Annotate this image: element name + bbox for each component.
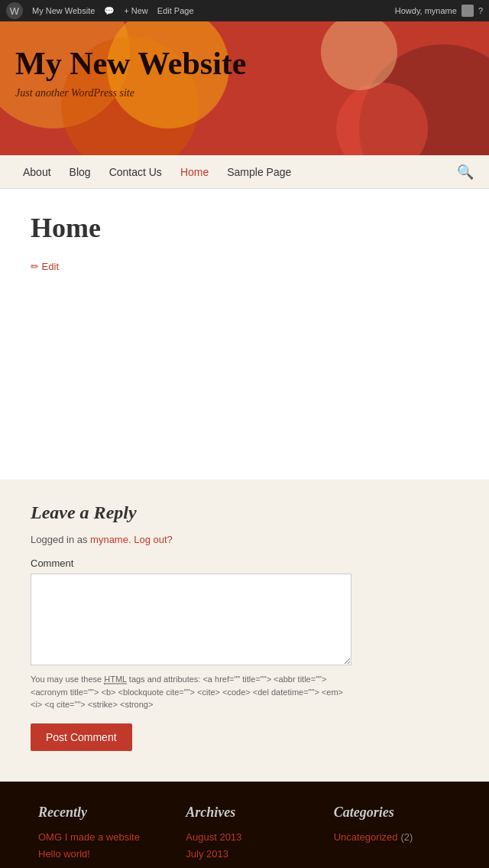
leave-reply-title: Leave a Reply [31,502,458,523]
categories-title: Categories [334,805,451,821]
admin-bar: W My New Website 💬 + New Edit Page Howdy… [0,0,489,21]
categories-list: Uncategorized (2) [334,830,451,844]
comments-section: Leave a Reply Logged in as myname. Log o… [0,480,489,782]
comment-textarea[interactable] [31,574,351,665]
html-tags-note: You may use these HTML tags and attribut… [31,673,351,711]
page-title: Home [31,212,458,244]
recently-widget: Recently OMG I made a website Hello worl… [23,805,170,869]
admin-edit-page-link[interactable]: Edit Page [157,6,194,15]
comment-label: Comment [31,558,458,569]
recently-list: OMG I made a website Hello world! [38,830,155,860]
site-header: My New Website Just another WordPress si… [0,21,489,155]
nav-menu: About Blog Contact Us Home Sample Page [15,155,457,189]
archives-widget: Archives August 2013 July 2013 [170,805,318,869]
list-item: OMG I made a website [38,830,155,844]
main-content: Home ✏ Edit [0,189,489,480]
nav-item-sample[interactable]: Sample Page [219,155,299,189]
admin-comments-icon[interactable]: 💬 [104,6,115,16]
nav-item-blog[interactable]: Blog [62,155,99,189]
admin-avatar [461,5,474,17]
post-comment-button[interactable]: Post Comment [31,723,132,751]
logged-in-text: Logged in as myname. Log out? [31,534,458,545]
wp-logo-icon[interactable]: W [6,2,23,19]
list-item: August 2013 [186,830,303,844]
logout-link[interactable]: Log out? [134,534,173,545]
categories-meta-widget: Categories Uncategorized (2) Meta Site A… [319,805,466,869]
admin-howdy: Howdy, myname ? [395,5,483,17]
nav-item-about[interactable]: About [15,155,59,189]
list-item: Hello world! [38,847,155,860]
footer-widgets: Recently OMG I made a website Hello worl… [15,805,474,869]
list-item: Uncategorized (2) [334,830,451,844]
site-tagline: Just another WordPress site [15,87,474,99]
edit-link[interactable]: ✏ Edit [31,261,59,272]
admin-new-link[interactable]: + New [124,6,148,15]
username-link[interactable]: myname [90,534,128,545]
admin-site-name[interactable]: My New Website [32,6,95,15]
nav-item-home[interactable]: Home [173,155,216,189]
nav-item-contact[interactable]: Contact Us [102,155,170,189]
search-icon[interactable]: 🔍 [457,164,474,180]
main-nav: About Blog Contact Us Home Sample Page 🔍 [0,155,489,189]
archives-list: August 2013 July 2013 [186,830,303,860]
archives-title: Archives [186,805,303,821]
site-title: My New Website [15,44,474,83]
recently-title: Recently [38,805,155,821]
list-item: July 2013 [186,847,303,860]
site-footer: Recently OMG I made a website Hello worl… [0,782,489,869]
